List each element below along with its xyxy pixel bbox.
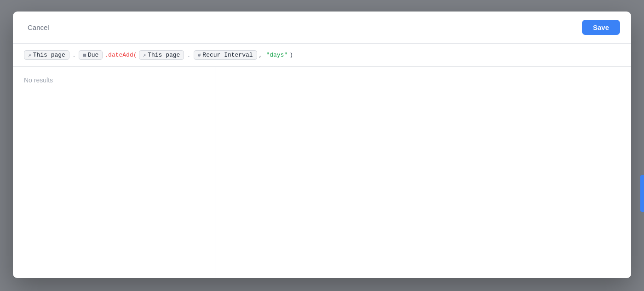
- no-results-label: No results: [24, 76, 53, 84]
- detail-panel: [215, 67, 631, 278]
- date-add-method: .dateAdd(: [104, 52, 137, 58]
- results-panel: No results: [13, 67, 215, 278]
- arrow-icon-2: ↗: [143, 52, 146, 58]
- close-paren: ): [289, 52, 293, 58]
- token-due[interactable]: ▦ Due: [79, 50, 103, 60]
- hash-icon: #: [198, 52, 201, 58]
- cancel-button[interactable]: Cancel: [24, 22, 53, 33]
- modal-header: Cancel Save: [13, 12, 631, 44]
- days-string: "days": [266, 52, 288, 58]
- calendar-icon: ▦: [83, 52, 86, 58]
- arrow-icon-1: ↗: [28, 52, 31, 58]
- save-button[interactable]: Save: [582, 20, 620, 35]
- due-label: Due: [88, 52, 98, 58]
- recur-interval-label: Recur Interval: [202, 52, 253, 58]
- this-page-label-2: This page: [148, 52, 180, 58]
- formula-bar: ↗ This page . ▦ Due .dateAdd( ↗ This pag…: [13, 44, 631, 67]
- scrollbar-handle[interactable]: [640, 175, 644, 212]
- token-this-page-1[interactable]: ↗ This page: [24, 50, 69, 60]
- dot-separator-2: .: [187, 52, 190, 59]
- token-recur-interval[interactable]: # Recur Interval: [194, 50, 257, 60]
- comma-separator: ,: [259, 52, 263, 58]
- dot-separator-1: .: [72, 52, 76, 59]
- token-this-page-2[interactable]: ↗ This page: [139, 50, 184, 60]
- modal-dialog: Cancel Save ↗ This page . ▦ Due .dateAdd…: [13, 12, 631, 278]
- modal-body: No results: [13, 67, 631, 278]
- this-page-label-1: This page: [33, 52, 65, 58]
